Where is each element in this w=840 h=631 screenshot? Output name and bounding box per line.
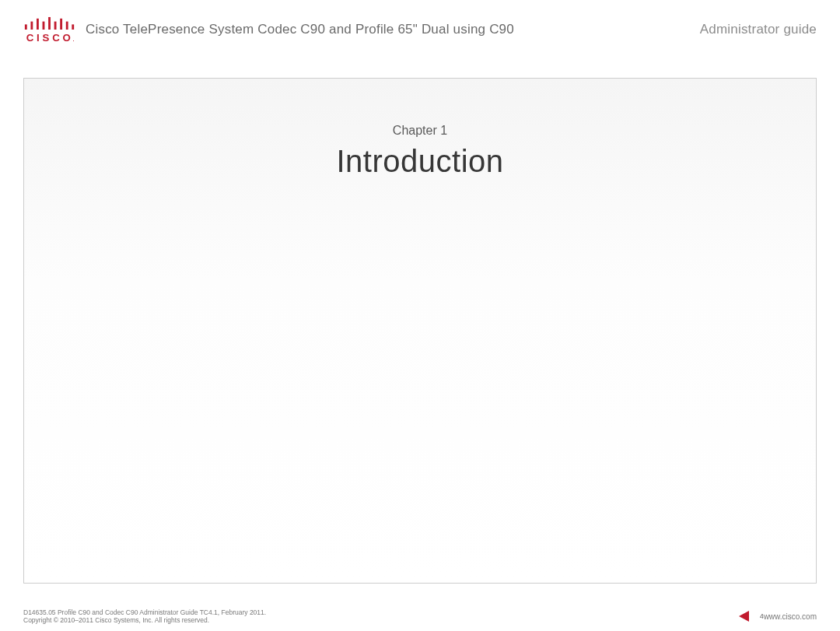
cisco-logo-icon: CISCO . bbox=[23, 16, 76, 44]
document-type: Administrator guide bbox=[700, 22, 817, 37]
svg-rect-5 bbox=[54, 22, 57, 30]
document-page: CISCO . Cisco TelePresence System Codec … bbox=[0, 0, 840, 631]
svg-rect-0 bbox=[25, 24, 27, 30]
cisco-logo-text: CISCO bbox=[26, 32, 74, 44]
chapter-panel: Chapter 1 Introduction bbox=[23, 78, 817, 584]
chapter-title: Introduction bbox=[24, 144, 816, 179]
svg-rect-8 bbox=[72, 24, 74, 30]
footer-copyright: Copyright © 2010–2011 Cisco Systems, Inc… bbox=[23, 616, 840, 625]
page-header: CISCO . Cisco TelePresence System Codec … bbox=[23, 12, 817, 47]
prev-page-icon[interactable] bbox=[739, 611, 749, 622]
svg-rect-3 bbox=[43, 22, 45, 30]
footer-info: D14635.05 Profile C90 and Codec C90 Admi… bbox=[23, 608, 840, 625]
svg-rect-6 bbox=[60, 19, 62, 30]
footer-doc-id: D14635.05 Profile C90 and Codec C90 Admi… bbox=[23, 608, 840, 617]
svg-rect-2 bbox=[37, 19, 39, 30]
footer-url[interactable]: www.cisco.com bbox=[764, 612, 817, 621]
document-title: Cisco TelePresence System Codec C90 and … bbox=[86, 22, 700, 37]
page-footer: D14635.05 Profile C90 and Codec C90 Admi… bbox=[23, 608, 817, 625]
footer-pagination: 4 bbox=[739, 611, 764, 622]
chapter-label: Chapter 1 bbox=[24, 124, 816, 138]
svg-rect-1 bbox=[30, 22, 33, 30]
svg-rect-7 bbox=[66, 22, 68, 30]
svg-text:.: . bbox=[72, 34, 75, 43]
svg-rect-4 bbox=[48, 17, 51, 30]
